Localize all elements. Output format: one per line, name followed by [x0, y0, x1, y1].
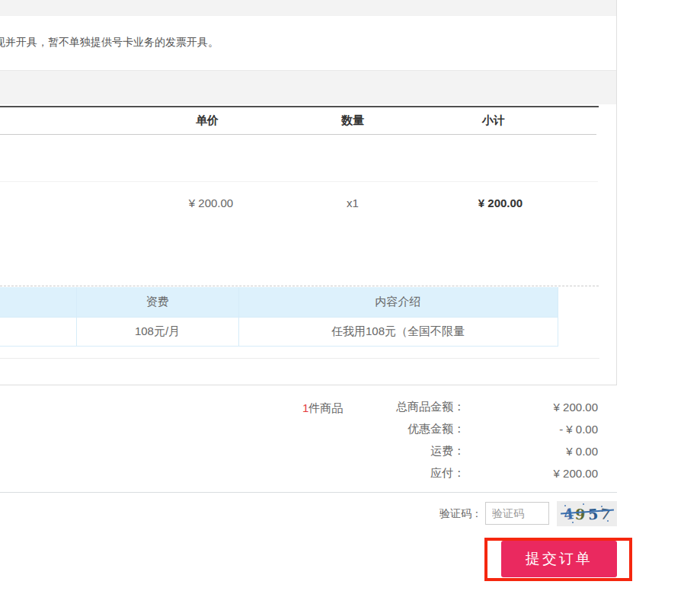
subtotal-value: ¥ 200.00: [478, 196, 523, 209]
captcha-noise-dot: [572, 522, 574, 523]
plan-data-row: 108元/月 任我用108元（全国不限量: [0, 317, 558, 346]
section-header-bar: [0, 71, 617, 104]
summary-value: ¥ 200.00: [465, 467, 598, 480]
plan-cell-cutoff: [0, 317, 76, 346]
summary-label: 优惠金额：: [381, 422, 465, 436]
captcha-image[interactable]: 4 9 5 7: [557, 501, 617, 526]
summary-row-discount: 优惠金额： - ¥ 0.00: [381, 418, 598, 440]
unit-price-value: ¥ 200.00: [189, 196, 233, 209]
table-header-bottom-border: [0, 134, 596, 135]
summary-value: ¥ 0.00: [465, 445, 598, 458]
summary-label: 应付：: [381, 466, 465, 481]
summary-row-shipping: 运费： ¥ 0.00: [381, 440, 598, 462]
table-header-top-border: [0, 106, 599, 107]
captcha-label: 验证码：: [439, 507, 482, 521]
top-gray-bar: [0, 0, 617, 16]
invoice-notice-text: 现并开具，暂不单独提供号卡业务的发票开具。: [0, 36, 219, 50]
summary-row-payable: 应付： ¥ 200.00: [381, 462, 598, 484]
item-count: 1件商品: [302, 401, 343, 416]
captcha-digit: 9: [574, 505, 586, 522]
plan-header-fee: 资费: [76, 287, 238, 317]
plan-cell-fee: 108元/月: [76, 317, 238, 346]
captcha-input[interactable]: [485, 502, 549, 525]
captcha-noise-dot: [601, 506, 603, 507]
divider: [0, 358, 599, 359]
summary-rows: 总商品金额： ¥ 200.00 优惠金额： - ¥ 0.00 运费： ¥ 0.0…: [381, 396, 598, 484]
captcha-noise-dot: [583, 503, 584, 505]
plan-cell-description: 任我用108元（全国不限量: [238, 317, 558, 346]
captcha-noise-dot: [607, 520, 609, 522]
quantity-value: x1: [347, 196, 359, 209]
column-header-unit-price: 单价: [196, 113, 219, 128]
dotted-divider: [0, 286, 599, 286]
captcha-noise-dot: [564, 505, 566, 506]
summary-row-total: 总商品金额： ¥ 200.00: [381, 396, 598, 418]
summary-value: - ¥ 0.00: [465, 423, 598, 436]
summary-label: 总商品金额：: [381, 400, 465, 414]
order-confirm-page: 现并开具，暂不单独提供号卡业务的发票开具。 单价 数量 小计 ¥ 200.00 …: [0, 0, 700, 591]
captcha-digit: 7: [599, 505, 612, 523]
row-separator: [0, 181, 598, 182]
plan-detail-table: 资费 内容介绍 108元/月 任我用108元（全国不限量: [0, 287, 558, 347]
plan-header-row: 资费 内容介绍: [0, 287, 558, 317]
captcha-digit: 5: [587, 505, 599, 522]
column-header-quantity: 数量: [341, 113, 364, 128]
column-header-subtotal: 小计: [482, 113, 505, 128]
plan-header-cutoff-cell: [0, 287, 76, 317]
plan-header-description: 内容介绍: [238, 287, 558, 317]
summary-label: 运费：: [381, 444, 465, 458]
summary-value: ¥ 200.00: [465, 401, 598, 414]
item-count-suffix: 件商品: [308, 401, 343, 414]
submit-order-button[interactable]: 提交订单: [501, 541, 617, 577]
